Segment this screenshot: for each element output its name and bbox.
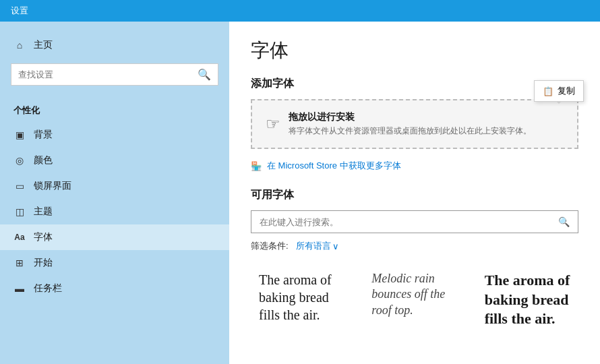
available-fonts-title: 可用字体 bbox=[251, 188, 578, 202]
font-preview-1[interactable]: The aroma of baking bread fills the air. bbox=[251, 263, 353, 337]
content-area: 字体 添加字体 ☞ 拖放以进行安装 将字体文件从文件资源管理器或桌面拖放到此处以… bbox=[229, 22, 600, 364]
filter-value-link[interactable]: 所有语言 ∨ bbox=[296, 240, 339, 252]
copy-tooltip-text: 复制 bbox=[558, 85, 575, 97]
sidebar-item-themes-label: 主题 bbox=[34, 206, 53, 218]
sidebar-item-colors-label: 颜色 bbox=[34, 154, 53, 166]
sidebar-search-box[interactable]: 🔍 bbox=[11, 63, 218, 86]
background-icon: ▣ bbox=[13, 129, 26, 141]
sidebar-item-taskbar[interactable]: ▬ 任务栏 bbox=[0, 276, 229, 301]
sidebar-item-fonts[interactable]: Aa 字体 bbox=[0, 224, 229, 250]
lockscreen-icon: ▭ bbox=[13, 180, 26, 192]
drop-zone[interactable]: ☞ 拖放以进行安装 将字体文件从文件资源管理器或桌面拖放到此处以在此上安装字体。… bbox=[251, 99, 578, 149]
filter-label: 筛选条件: bbox=[251, 240, 289, 252]
top-bar: 设置 bbox=[0, 0, 600, 22]
colors-icon: ◎ bbox=[13, 154, 26, 166]
font-search-input[interactable] bbox=[260, 217, 553, 227]
drop-cursor-icon: ☞ bbox=[266, 115, 280, 133]
store-link-text: 在 Microsoft Store 中获取更多字体 bbox=[267, 160, 401, 172]
sidebar-item-start-label: 开始 bbox=[34, 257, 53, 269]
sidebar-section-title: 个性化 bbox=[0, 96, 229, 122]
font-preview-2-text: Melodic rain bounces off the roof top. bbox=[371, 271, 457, 318]
sidebar-item-fonts-label: 字体 bbox=[34, 231, 53, 243]
drop-zone-main-text: 拖放以进行安装 bbox=[289, 111, 564, 123]
sidebar-item-colors[interactable]: ◎ 颜色 bbox=[0, 148, 229, 173]
page-title: 字体 bbox=[251, 38, 578, 63]
sidebar: ⌂ 主页 🔍 个性化 ▣ 背景 ◎ 颜色 ▭ 锁屏界面 ◫ 主题 Aa bbox=[0, 22, 229, 364]
sidebar-item-themes[interactable]: ◫ 主题 bbox=[0, 199, 229, 224]
add-fonts-title: 添加字体 bbox=[251, 77, 578, 91]
filter-row: 筛选条件: 所有语言 ∨ bbox=[251, 240, 578, 252]
top-bar-title: 设置 bbox=[11, 5, 28, 17]
fonts-icon: Aa bbox=[13, 231, 26, 243]
home-icon: ⌂ bbox=[13, 39, 26, 51]
sidebar-item-background[interactable]: ▣ 背景 bbox=[0, 122, 229, 148]
store-icon: 🏪 bbox=[251, 161, 262, 171]
sidebar-item-background-label: 背景 bbox=[34, 129, 53, 141]
sidebar-search-input[interactable] bbox=[18, 69, 192, 80]
store-link[interactable]: 🏪 在 Microsoft Store 中获取更多字体 bbox=[251, 160, 578, 172]
start-icon: ⊞ bbox=[13, 257, 26, 269]
sidebar-search-icon: 🔍 bbox=[198, 68, 211, 81]
sidebar-item-home[interactable]: ⌂ 主页 bbox=[0, 32, 229, 58]
font-preview-3-text: The aroma of baking bread fills the air. bbox=[485, 271, 570, 329]
drop-zone-text: 拖放以进行安装 将字体文件从文件资源管理器或桌面拖放到此处以在此上安装字体。 bbox=[289, 111, 564, 137]
copy-icon: 📋 bbox=[543, 86, 553, 96]
themes-icon: ◫ bbox=[13, 206, 26, 218]
filter-value-text: 所有语言 bbox=[296, 240, 331, 252]
sidebar-item-home-label: 主页 bbox=[34, 39, 53, 51]
taskbar-icon: ▬ bbox=[13, 282, 26, 295]
chevron-down-icon: ∨ bbox=[332, 241, 339, 251]
font-preview-1-text: The aroma of baking bread fills the air. bbox=[259, 271, 344, 324]
main-area: ⌂ 主页 🔍 个性化 ▣ 背景 ◎ 颜色 ▭ 锁屏界面 ◫ 主题 Aa bbox=[0, 22, 600, 364]
sidebar-item-start[interactable]: ⊞ 开始 bbox=[0, 250, 229, 276]
font-search-box[interactable]: 🔍 bbox=[251, 210, 578, 233]
font-preview-2[interactable]: Melodic rain bounces off the roof top. bbox=[363, 263, 465, 337]
sidebar-item-taskbar-label: 任务栏 bbox=[34, 282, 62, 295]
copy-tooltip: 📋 复制 bbox=[534, 80, 584, 102]
sidebar-item-lockscreen[interactable]: ▭ 锁屏界面 bbox=[0, 173, 229, 199]
font-search-icon: 🔍 bbox=[558, 216, 570, 227]
font-preview-grid: The aroma of baking bread fills the air.… bbox=[251, 263, 578, 337]
sidebar-item-lockscreen-label: 锁屏界面 bbox=[34, 180, 71, 192]
drop-zone-sub-text: 将字体文件从文件资源管理器或桌面拖放到此处以在此上安装字体。 bbox=[289, 125, 564, 137]
font-preview-3[interactable]: The aroma of baking bread fills the air. bbox=[477, 263, 578, 337]
